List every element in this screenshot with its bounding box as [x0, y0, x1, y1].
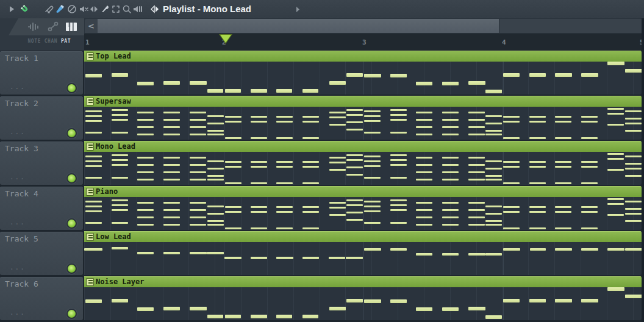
note — [112, 132, 128, 134]
note — [468, 253, 485, 256]
track-mute-led[interactable] — [66, 263, 77, 274]
paint-icon[interactable] — [54, 4, 65, 15]
bar-line — [503, 287, 504, 320]
track-mute-led[interactable] — [66, 83, 77, 93]
select-icon[interactable] — [110, 4, 121, 15]
track-mute-led[interactable] — [66, 173, 77, 184]
picker-mode-chan[interactable]: CHAN — [45, 38, 57, 44]
track-name[interactable]: Track 1 — [5, 54, 38, 63]
playback-icon[interactable] — [132, 4, 143, 15]
pattern-clip[interactable]: Noise Layer — [84, 276, 642, 320]
scrollbar-thumb[interactable] — [98, 19, 499, 33]
track-options-dots[interactable]: ... — [10, 83, 26, 91]
track-header[interactable]: Track 3... — [0, 141, 83, 185]
note — [276, 137, 293, 139]
track-options-dots[interactable]: ... — [10, 263, 26, 271]
clip-header[interactable]: Low Lead — [84, 231, 642, 242]
note — [468, 209, 485, 211]
pattern-clip[interactable]: Piano — [84, 186, 642, 230]
note — [302, 161, 319, 163]
track-mute-led[interactable] — [66, 218, 77, 229]
playhead-marker-inner — [220, 35, 231, 43]
note — [390, 204, 407, 206]
note — [503, 182, 520, 184]
timeline-ruler[interactable]: 12345 — [84, 34, 644, 51]
delete-icon[interactable] — [66, 4, 77, 15]
slide-icon[interactable] — [88, 4, 99, 15]
note — [112, 299, 128, 302]
note — [607, 287, 624, 291]
track-name[interactable]: Track 3 — [5, 144, 38, 153]
chevron-right-icon[interactable] — [292, 4, 303, 15]
pattern-clip[interactable]: Supersaw — [84, 96, 642, 140]
slice-icon[interactable] — [99, 4, 110, 15]
picker-mode-pat[interactable]: PAT — [61, 38, 71, 44]
magnet-icon[interactable] — [20, 4, 30, 15]
pattern-clip[interactable]: Top Lead — [84, 51, 642, 95]
piano-pattern-icon[interactable] — [65, 20, 78, 34]
clip-body[interactable] — [84, 287, 642, 320]
note — [251, 211, 267, 213]
track-options-dots[interactable]: ... — [10, 173, 26, 181]
note — [137, 82, 154, 85]
note — [207, 220, 224, 222]
track-options-dots[interactable]: ... — [10, 309, 26, 317]
playlist-grid[interactable]: Top LeadSupersawMono LeadPianoLow LeadNo… — [84, 51, 642, 322]
slip-edit-icon[interactable] — [43, 4, 54, 15]
note — [225, 89, 241, 93]
note — [468, 119, 485, 121]
note — [529, 182, 546, 184]
clip-header[interactable]: Mono Lead — [84, 141, 642, 152]
track-options-dots[interactable]: ... — [10, 218, 26, 226]
note — [503, 121, 520, 123]
track-header[interactable]: Track 4... — [0, 187, 83, 230]
pattern-clip[interactable]: Low Lead — [84, 231, 642, 275]
clip-header[interactable]: Supersaw — [84, 96, 642, 107]
mute-icon[interactable] — [78, 4, 89, 15]
clip-body[interactable] — [84, 242, 642, 275]
picker-mode-note[interactable]: NOTE — [28, 38, 41, 44]
editor-switch-icon[interactable] — [149, 4, 160, 15]
track-header[interactable]: Track 2... — [0, 96, 83, 140]
track-name[interactable]: Track 4 — [5, 189, 38, 198]
note — [529, 299, 546, 302]
clip-header[interactable]: Top Lead — [84, 51, 642, 62]
track-mute-led[interactable] — [66, 309, 77, 319]
track-name[interactable]: Track 5 — [5, 234, 38, 243]
note — [555, 166, 571, 168]
note — [225, 211, 242, 213]
clip-body[interactable] — [84, 152, 642, 185]
note — [364, 222, 381, 224]
track-name[interactable]: Track 6 — [5, 279, 38, 288]
note — [207, 123, 224, 124]
track-name[interactable]: Track 2 — [5, 99, 38, 108]
clip-header[interactable]: Piano — [84, 186, 642, 197]
pattern-clip[interactable]: Mono Lead — [84, 141, 642, 185]
note — [607, 158, 624, 160]
track-header[interactable]: Track 5... — [0, 232, 83, 275]
track-mute-led[interactable] — [66, 128, 77, 138]
audio-wave-icon[interactable] — [27, 20, 40, 34]
automation-icon[interactable] — [46, 20, 60, 34]
note — [85, 74, 102, 77]
note — [251, 89, 267, 93]
note — [364, 210, 381, 212]
zoom-icon[interactable] — [121, 4, 132, 15]
play-icon[interactable] — [6, 4, 17, 15]
note — [555, 73, 572, 77]
note — [85, 165, 102, 167]
note — [529, 73, 546, 77]
note — [503, 227, 520, 229]
clip-header[interactable]: Noise Layer — [84, 276, 642, 287]
clip-body[interactable] — [84, 197, 642, 230]
note — [224, 257, 242, 259]
scroll-left-button[interactable]: < — [85, 19, 98, 33]
track-header[interactable]: Track 1... — [0, 51, 83, 95]
clip-body[interactable] — [84, 62, 642, 95]
clip-name-label: Low Lead — [96, 231, 131, 242]
track-options-dots[interactable]: ... — [10, 128, 26, 136]
scrollbar-track[interactable] — [98, 19, 643, 33]
note — [225, 166, 242, 168]
clip-body[interactable] — [84, 107, 642, 140]
track-header[interactable]: Track 6... — [0, 277, 83, 320]
